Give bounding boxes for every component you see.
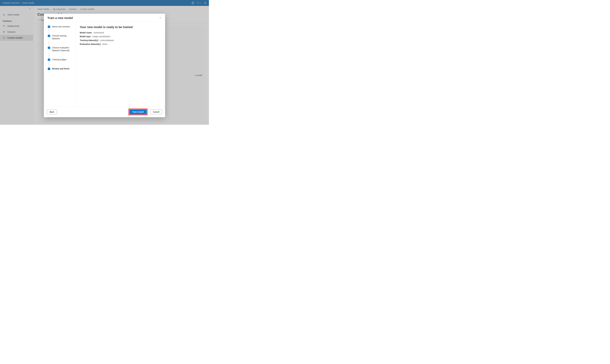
close-icon[interactable] (159, 17, 161, 19)
review-row: Training dataset(s): contosodataset (80, 39, 161, 41)
review-value: None (102, 43, 107, 45)
wizard-stepper: Name and scenario Choose training datase… (44, 22, 76, 106)
wizard-step[interactable]: Name and scenario (48, 25, 74, 28)
step-check-icon (48, 26, 50, 28)
review-key: Evaluation dataset(s): (80, 43, 101, 45)
step-connector (49, 62, 49, 67)
review-row: Model name: contosotest (80, 31, 161, 34)
wizard-step[interactable]: Choose evaluation datasets (Optional) (48, 46, 74, 52)
wizard-step[interactable]: Training budget (48, 58, 74, 61)
step-check-icon (48, 35, 50, 37)
review-title: Your new model is ready to be trained (80, 26, 161, 29)
review-row: Model type: Image classification (80, 35, 161, 38)
review-key: Model name: (80, 31, 93, 34)
dialog-title: Train a new model (47, 16, 73, 20)
review-value: contosotest (93, 31, 104, 34)
train-model-dialog: Train a new model Name and scenario Choo… (44, 14, 165, 117)
review-row: Evaluation dataset(s): None (80, 43, 161, 45)
cancel-button[interactable]: Cancel (150, 110, 162, 114)
wizard-step[interactable]: Choose training datasets (48, 34, 74, 40)
review-key: Training dataset(s): (80, 39, 99, 41)
review-value: contosodataset (100, 39, 114, 41)
step-connector (49, 29, 49, 34)
step-check-icon (48, 58, 50, 61)
review-value: Image classification (93, 35, 110, 38)
step-label: Training budget (52, 58, 66, 61)
step-connector (49, 40, 49, 46)
step-check-icon (48, 46, 50, 49)
step-label: Choose training datasets (52, 34, 74, 40)
step-connector (49, 52, 49, 57)
review-panel: Your new model is ready to be trained Mo… (76, 22, 165, 106)
step-label: Choose evaluation datasets (Optional) (52, 46, 74, 52)
review-key: Model type: (80, 35, 91, 38)
step-label: Review and finish (52, 67, 69, 70)
wizard-step-current[interactable]: Review and finish (48, 67, 74, 70)
train-model-button[interactable]: Train model (130, 110, 147, 114)
step-current-icon (48, 67, 50, 70)
step-label: Name and scenario (52, 25, 70, 28)
back-button[interactable]: Back (47, 110, 57, 114)
train-button-highlight: Train model (129, 109, 147, 115)
